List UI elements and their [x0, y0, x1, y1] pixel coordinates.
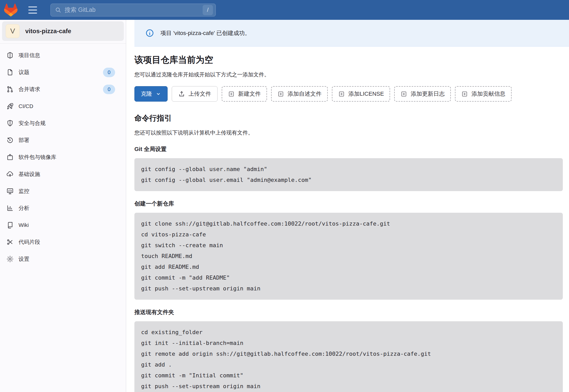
- add-readme-button[interactable]: 添加自述文件: [271, 86, 328, 102]
- section-title-new-repo: 创建一个新仓库: [134, 200, 563, 208]
- sidebar-item-cicd[interactable]: CI/CD: [0, 98, 126, 115]
- plus-square-icon: [400, 91, 407, 97]
- merge-requests-count-badge: 0: [103, 85, 115, 94]
- action-buttons-row: 克隆 上传文件 新建文件 添加自述文件 添加LICENSE: [134, 86, 563, 102]
- project-header[interactable]: V vitos-pizza-cafe: [2, 21, 124, 41]
- chart-icon: [6, 204, 14, 212]
- package-icon: [6, 153, 14, 161]
- main-content: 项目 'vitos-pizza-cafe' 已创建成功。 该项目仓库当前为空 您…: [126, 20, 569, 392]
- gear-icon: [6, 255, 14, 263]
- plus-square-icon: [338, 91, 345, 97]
- add-license-button[interactable]: 添加LICENSE: [332, 86, 390, 102]
- deploy-icon: [6, 136, 14, 144]
- flash-notice: 项目 'vitos-pizza-cafe' 已创建成功。: [134, 20, 569, 47]
- sidebar-item-label: Wiki: [19, 222, 29, 228]
- merge-request-icon: [6, 85, 14, 93]
- sidebar-item-label: 合并请求: [19, 86, 40, 93]
- sidebar-item-label: 分析: [19, 204, 29, 212]
- upload-icon: [178, 91, 185, 97]
- sidebar-item-label: 部署: [19, 137, 29, 144]
- sidebar-item-label: 监控: [19, 188, 29, 195]
- code-block-git-global[interactable]: git config --global user.name "admin" gi…: [134, 158, 563, 191]
- sidebar-nav: 项目信息 议题 0 合并请求 0 CI/CD 安全与合规: [0, 44, 126, 268]
- code-block-push-folder[interactable]: cd existing_folder git init --initial-br…: [134, 321, 563, 392]
- plus-square-icon: [228, 91, 235, 97]
- issues-count-badge: 0: [103, 68, 115, 77]
- sidebar-item-analytics[interactable]: 分析: [0, 200, 126, 217]
- new-file-button[interactable]: 新建文件: [222, 86, 267, 102]
- sidebar-item-label: 设置: [19, 255, 29, 263]
- project-sidebar: V vitos-pizza-cafe 项目信息 议题 0 合并请求 0 CI: [0, 20, 126, 392]
- sidebar-item-deployments[interactable]: 部署: [0, 132, 126, 149]
- sidebar-item-label: 代码片段: [19, 238, 40, 246]
- project-name: vitos-pizza-cafe: [25, 28, 71, 35]
- search-placeholder: 搜索 GitLab: [65, 6, 203, 14]
- sidebar-item-monitor[interactable]: 监控: [0, 183, 126, 200]
- sidebar-item-label: 软件包与镜像库: [19, 154, 56, 161]
- issues-icon: [6, 68, 14, 76]
- monitor-icon: [6, 187, 14, 195]
- sidebar-item-settings[interactable]: 设置: [0, 251, 126, 268]
- shield-icon: [6, 119, 14, 127]
- cli-description: 您还可以按照以下说明从计算机中上传现有文件。: [134, 129, 563, 137]
- project-info-icon: [6, 51, 14, 59]
- sidebar-item-project-info[interactable]: 项目信息: [0, 47, 126, 64]
- sidebar-item-security[interactable]: 安全与合规: [0, 115, 126, 132]
- sidebar-item-label: 议题: [19, 69, 29, 76]
- plus-square-icon: [461, 91, 468, 97]
- gitlab-logo-icon[interactable]: [4, 4, 18, 16]
- cloud-gear-icon: [6, 170, 14, 178]
- project-avatar: V: [6, 24, 20, 38]
- rocket-icon: [6, 102, 14, 110]
- sidebar-item-issues[interactable]: 议题 0: [0, 64, 126, 81]
- code-block-new-repo[interactable]: git clone ssh://git@gitlab.halfcoffee.co…: [134, 213, 563, 300]
- sidebar-item-merge-requests[interactable]: 合并请求 0: [0, 81, 126, 98]
- search-input[interactable]: 搜索 GitLab /: [50, 4, 216, 16]
- sidebar-item-label: 安全与合规: [19, 120, 46, 127]
- section-title-git-global: Git 全局设置: [134, 145, 563, 153]
- top-navbar: 搜索 GitLab /: [0, 0, 569, 20]
- search-shortcut-key: /: [203, 5, 213, 15]
- sidebar-item-label: 基础设施: [19, 171, 40, 178]
- sidebar-item-wiki[interactable]: Wiki: [0, 217, 126, 234]
- search-icon: [55, 7, 62, 13]
- sidebar-item-snippets[interactable]: 代码片段: [0, 234, 126, 251]
- sidebar-item-packages[interactable]: 软件包与镜像库: [0, 149, 126, 166]
- scissors-icon: [6, 238, 14, 246]
- page-title: 该项目仓库当前为空: [134, 54, 563, 66]
- cli-heading: 命令行指引: [134, 113, 563, 123]
- sidebar-item-label: CI/CD: [19, 103, 33, 109]
- chevron-down-icon: [156, 91, 161, 97]
- info-icon: [145, 29, 154, 38]
- sidebar-item-label: 项目信息: [19, 52, 40, 59]
- upload-file-button[interactable]: 上传文件: [172, 86, 218, 102]
- add-changelog-button[interactable]: 添加更新日志: [394, 86, 451, 102]
- flash-notice-text: 项目 'vitos-pizza-cafe' 已创建成功。: [160, 29, 250, 37]
- page-subtitle: 您可以通过克隆仓库开始或开始以下方式之一添加文件。: [134, 71, 563, 78]
- add-contributing-button[interactable]: 添加贡献信息: [455, 86, 512, 102]
- clone-button[interactable]: 克隆: [134, 86, 168, 102]
- plus-square-icon: [277, 91, 284, 97]
- book-icon: [6, 221, 14, 229]
- section-title-push-folder: 推送现有文件夹: [134, 308, 563, 316]
- sidebar-item-infrastructure[interactable]: 基础设施: [0, 166, 126, 183]
- hamburger-menu-icon[interactable]: [28, 4, 40, 16]
